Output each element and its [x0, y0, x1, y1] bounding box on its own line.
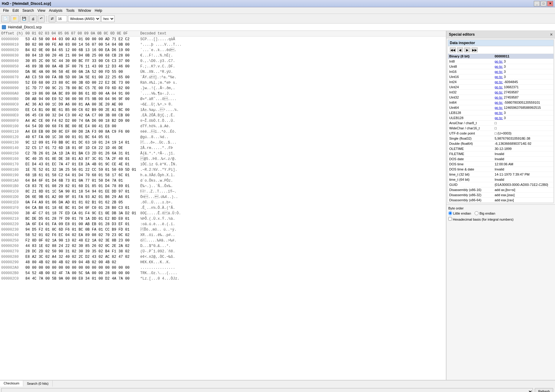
hex-row[interactable]: 00000210 BCDED501287FD901781ADD01E2BDE00… [0, 216, 446, 222]
hex-bytes[interactable]: 0AF4A90106DAAD018102B101622B05 [25, 200, 140, 205]
hex-row[interactable]: 000002C0 844C7A005B9A0000E0340100D24A7A0… [0, 276, 446, 281]
di-goto-link[interactable]: go to: [495, 101, 503, 104]
hex-row[interactable]: 000001C0 8C218D011C5A900118549401EEDD970… [0, 189, 446, 194]
di-goto-link[interactable]: go to: [495, 70, 503, 73]
open-button[interactable]: 📁 [11, 15, 19, 22]
hex-bytes[interactable]: A8C35900FA8B5D003A5E610022256500 [25, 75, 140, 80]
hex-bytes[interactable]: C27B26012A1D2A01BAC32D01266A3101 [25, 151, 140, 156]
di-goto-link[interactable]: go to: [495, 75, 503, 79]
di-row-value[interactable]: go to: 3 [493, 74, 553, 79]
di-row-value[interactable]: go to: 10682371 [493, 85, 553, 90]
hex-bytes[interactable]: 1C7D77009C217B00BCC57E00F06D8200 [25, 86, 140, 91]
hex-content[interactable]: 00000000 53435000040300A301000000AD71E2C… [0, 37, 446, 380]
hex-bytes[interactable]: F28D0F021A90130248E21A023E8B2300 [25, 238, 140, 243]
hex-bytes[interactable]: 80841D0020462100940B250068CB2800 [25, 53, 140, 58]
hex-row[interactable]: 000000D0 EEC4B100BE61B500C602B9002EA1BC0… [0, 107, 446, 113]
hex-bytes[interactable]: 4067FA001C38000101BC640501 [25, 134, 140, 140]
hex-bytes[interactable]: 8C218D011C5A900118549401EEDD9701 [25, 189, 140, 194]
hex-row[interactable]: 00000170 ECD44301EC7A4701E82A4B019CCE4E0… [0, 162, 446, 167]
hex-row[interactable]: 000001B0 C8837E010829820160D18501D478890… [0, 183, 446, 189]
hex-row[interactable]: 000000F0 A4ACCE00F462D200740AD60018B2D90… [0, 118, 446, 124]
di-row-value[interactable]: go to: 3 [493, 69, 553, 74]
hex-bytes[interactable]: 681B610158C26401D470680158176C01 [25, 173, 140, 178]
di-goto-link[interactable]: go to: [495, 85, 503, 89]
hex-bytes[interactable]: A4E8EB00D08CEF00D82AF3008AC9F600 [25, 129, 140, 134]
hex-bytes[interactable]: 0645C00032D4C300426AC7003B08CB00 [25, 113, 140, 118]
encoding-select[interactable]: Windows (ANSI) [68, 15, 100, 22]
hex-bytes[interactable]: AC36A3001CD9A60081AA003E20AE00 [25, 102, 140, 107]
di-row-value[interactable]: go to: 3 [493, 115, 553, 121]
hex-row[interactable]: 000001A0 64B46F01D46B73010A770150D47A01 … [0, 178, 446, 183]
di-goto-link[interactable]: go to: [495, 116, 503, 120]
undo-button[interactable]: ↶ [38, 15, 45, 22]
hex-row[interactable]: 000000A0 601986000ABC8900B6618D004A04910… [0, 91, 446, 96]
di-table-container[interactable]: Binary (8 bit)00000011Int8go to: 3Uint8g… [448, 54, 553, 203]
hex-bytes[interactable]: 04CAB801186EBC01D40FC00128B0C301 [25, 205, 140, 211]
bottom-tab[interactable]: Checksum [0, 381, 23, 387]
di-prev-button[interactable]: ◀ [457, 47, 463, 52]
new-button[interactable]: 📄 [1, 15, 10, 22]
hex-row[interactable]: 00000130 9C120901F0BB0C01DC6310012419140… [0, 140, 446, 145]
hex-bytes[interactable]: 58520102F6EC0402EA89080270230C02 [25, 232, 140, 238]
hex-bytes[interactable]: 28DC2D025090310230393502B4F13802 [25, 249, 140, 254]
di-row-value[interactable]: go to: -6094845 [493, 79, 553, 85]
big-endian-radio[interactable] [475, 211, 479, 215]
hex-bytes[interactable]: D66E9B01A2009F01FA93A201B629A601 [25, 194, 140, 200]
di-goto-link[interactable]: go to: [495, 96, 503, 99]
hex-row[interactable]: 00000100 6454DD0068F6BE008EE40041E800 dT… [0, 124, 446, 129]
hex-row[interactable]: 00000160 9C4035018EDE3801A3873C017A2F400… [0, 156, 446, 162]
hex-row[interactable]: 00000010 B0020000FEA003001456070054040B0… [0, 42, 446, 47]
hex-bytes[interactable]: DA9E4A0096584E000A2A5200FD5500 [25, 69, 140, 75]
print-button[interactable]: 🖨 [29, 15, 37, 22]
hex-bytes[interactable]: C8837E010829820160D18501D4788901 [25, 183, 140, 189]
di-row-value[interactable]: go to: 3 [493, 59, 553, 64]
hex-row[interactable]: 00000240 58520102F6EC0402EA89080270230C0… [0, 232, 446, 238]
hex-row[interactable]: 00000000 53435000040300A301000000AD71E2C… [0, 37, 446, 42]
hex-row[interactable]: 00000250 F28D0F021A90130248E21A023E8B230… [0, 238, 446, 243]
hex-bytes[interactable]: EEC4B100BE61B500C602B9002EA1BC00 [25, 107, 140, 113]
hex-row[interactable]: 00000020 B4020E00B46512006B131600EAD6190… [0, 47, 446, 53]
hex-bytes[interactable]: 9C120901F0BB0C01DC63100124191401 [25, 140, 140, 145]
bits-input[interactable] [57, 15, 67, 22]
menu-file[interactable]: File [1, 8, 11, 13]
hex-bytes[interactable]: 844C7A005B9A0000E0340100D24A7A00 [25, 276, 140, 281]
little-endian-radio[interactable] [448, 211, 452, 215]
algorithm-select[interactable] [1, 388, 533, 392]
big-endian-label[interactable]: Big endian [475, 211, 495, 215]
hex-bytes[interactable]: 1E7E5201323A25560122CC590150695D01 [25, 167, 140, 173]
hex-row[interactable]: 000000C0 AC36A3001CD9A60081AA003E20AE00 … [0, 102, 446, 107]
hex-bytes[interactable]: 3A6FE401FA09E80100ABEB0128D3EF01 [25, 222, 140, 227]
hex-row[interactable]: 000000B0 D8AB9400E052980098F59B0004969F0… [0, 96, 446, 102]
hex-bytes[interactable]: E8A23C02A43240022CD24302AC824702 [25, 254, 140, 260]
di-goto-link[interactable]: go to: [495, 106, 503, 109]
hex-row[interactable]: 00000120 4067FA001C38000101BC640501 @gú.… [0, 134, 446, 140]
hex-row[interactable]: 00000110 A4E8EB00D08CEF00D82AF3008AC9F60… [0, 129, 446, 134]
hex-bytes[interactable]: 9C4035018EDE3801A3873C017A2F4001 [25, 156, 140, 162]
hex-row[interactable]: 00000030 80841D0020462100940B250068CB280… [0, 53, 446, 58]
menu-help[interactable]: Help [93, 8, 104, 13]
di-goto-link[interactable]: go to: [495, 90, 503, 94]
hex-bytes[interactable]: 601986000ABC8900B6618D004A049100 [25, 91, 140, 96]
menu-tools[interactable]: Tools [64, 8, 76, 13]
hex-row[interactable]: 00000290 48804B02804B0209044B02004B02 H€… [0, 260, 446, 265]
hex-bytes[interactable]: 48804B02804B0209044B02004B02 [25, 260, 140, 265]
hex-row[interactable]: 00000190 681B610158C26401D470680158176C0… [0, 173, 446, 178]
restore-button[interactable]: □ [540, 1, 547, 6]
hex-bytes[interactable]: 46893B008A4B3F007611430012D34600 [25, 64, 140, 69]
hex-bytes[interactable]: 32C51701726D1B010F1DC8221D46DE [25, 145, 140, 151]
menu-view[interactable]: View [36, 8, 47, 13]
hex-row[interactable]: 000002A0 0000000000000000000000000000000… [0, 265, 446, 271]
hex-bytes[interactable]: B4020E00B46512006B131600EAD61900 [25, 47, 140, 53]
hex-row[interactable]: 00000150 C27B26012A1D2A01BAC32D01266A310… [0, 151, 446, 156]
hex-bytes[interactable]: 64B46F01D46B73010A770150D47A01 [25, 178, 140, 183]
di-row-value[interactable]: go to: 3 [493, 110, 553, 115]
menu-search[interactable]: Search [21, 8, 36, 13]
menu-analysis[interactable]: Analysis [47, 8, 64, 13]
di-row-value[interactable]: go to: 3 [493, 64, 553, 69]
hex-bytes[interactable]: 00000000000000000000000000000000 [25, 265, 140, 271]
hex-row[interactable]: 00000220 3A6FE401FA09E80100ABEB0128D3EF0… [0, 222, 446, 227]
hex-basis-checkbox[interactable] [448, 217, 452, 221]
close-button[interactable]: ✕ [547, 1, 553, 6]
hex-row[interactable]: 000001D0 D66E9B01A2009F01FA93A201B629A60… [0, 194, 446, 200]
hex-bytes[interactable]: 30852C005C443000BCFF3300C6C33700 [25, 58, 140, 64]
